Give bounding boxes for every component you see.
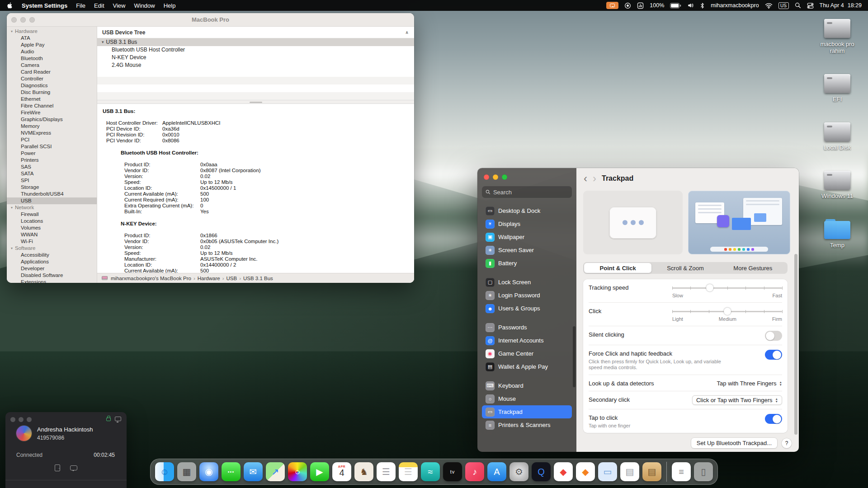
sidebar-item-firewire[interactable]: FireWire (7, 109, 97, 116)
chat-icon[interactable] (70, 465, 77, 470)
apple-menu-icon[interactable] (6, 2, 13, 9)
sidebar-item-locations[interactable]: Locations (7, 218, 97, 225)
breadcrumb-item[interactable]: miharxmacbookpro's MacBook Pro (111, 276, 191, 281)
sidebar-item-storage[interactable]: Storage (7, 184, 97, 191)
sidebar-item-mouse[interactable]: ○Mouse (482, 392, 572, 405)
silent-clicking-toggle[interactable] (765, 331, 782, 341)
desktop-icon-windows-11[interactable]: Windows 11 (821, 171, 853, 199)
dock-item-archive-utility[interactable]: ▤ (642, 462, 661, 481)
sidebar-item-camera[interactable]: Camera (7, 62, 97, 69)
sidebar-item-battery[interactable]: ▮Battery (482, 257, 572, 270)
sidebar-item-wallpaper[interactable]: ▣Wallpaper (482, 230, 572, 244)
dock-item-calendar[interactable]: APR4 (332, 462, 351, 481)
dock-item-quicktime[interactable]: Q (532, 462, 551, 481)
tracking-speed-slider[interactable] (672, 284, 782, 291)
file-transfer-icon[interactable] (55, 465, 60, 471)
sidebar-section-hardware[interactable]: ▾Hardware (7, 28, 97, 35)
volume-icon[interactable] (687, 2, 694, 9)
sidebar-item-developer[interactable]: Developer (7, 265, 97, 272)
tree-row-bluetooth-usb-host-controller[interactable]: Bluetooth USB Host Controller (97, 46, 414, 54)
sidebar-item-internet-accounts[interactable]: @Internet Accounts (482, 334, 572, 347)
sidebar-item-desktop-dock[interactable]: ▭Desktop & Dock (482, 204, 572, 217)
tab-scroll-zoom[interactable]: Scroll & Zoom (651, 263, 719, 273)
secondary-click-popup[interactable]: Click or Tap with Two Fingers ▲▼ (692, 395, 782, 405)
settings-search-field[interactable] (482, 186, 572, 198)
forward-button[interactable]: › (593, 174, 596, 183)
sidebar-item-ethernet[interactable]: Ethernet (7, 96, 97, 103)
sidebar-item-login-password[interactable]: ∗Login Password (482, 289, 572, 302)
tab-point-click[interactable]: Point & Click (584, 263, 651, 273)
breadcrumb-item[interactable]: USB 3.1 Bus (243, 276, 273, 281)
dock-item-anydesk[interactable]: ◆ (554, 462, 573, 481)
control-center-icon[interactable] (807, 2, 814, 9)
zoom-button[interactable] (502, 174, 507, 180)
sidebar-item-printers-scanners[interactable]: ≡Printers & Scanners (482, 418, 572, 432)
sidebar-item-firewall[interactable]: Firewall (7, 211, 97, 218)
sidebar-item-extensions[interactable]: Extensions (7, 279, 97, 283)
sidebar-item-pci[interactable]: PCI (7, 136, 97, 143)
sidebar-item-disc-burning[interactable]: Disc Burning (7, 89, 97, 96)
tree-row-n-key-device[interactable]: N-KEY Device (97, 54, 414, 61)
dock-item-safari[interactable]: ◉ (199, 462, 218, 481)
sidebar-item-sas[interactable]: SAS (7, 164, 97, 170)
menu-edit[interactable]: Edit (94, 2, 104, 9)
sidebar-item-bluetooth[interactable]: Bluetooth (7, 55, 97, 62)
system-information-titlebar[interactable]: MacBook Pro (7, 13, 414, 27)
sidebar-item-thunderbolt-usb4[interactable]: Thunderbolt/USB4 (7, 191, 97, 197)
tap-to-click-toggle[interactable] (765, 414, 782, 424)
menu-file[interactable]: File (76, 2, 85, 9)
sidebar-item-printers[interactable]: Printers (7, 157, 97, 164)
dock-item-maps[interactable]: ↗ (266, 462, 285, 481)
usb-device-tree-header[interactable]: USB Device Tree ∧ (97, 27, 414, 38)
screen-recording-stop-icon[interactable] (624, 2, 631, 9)
slider-thumb[interactable] (724, 308, 731, 315)
sidebar-item-power[interactable]: Power (7, 150, 97, 157)
minimize-button[interactable] (20, 17, 26, 23)
dock-item-virtual-machine[interactable]: ▭ (598, 462, 617, 481)
dock-item-tv[interactable]: tv (443, 462, 462, 481)
sidebar-scrollbar[interactable] (573, 326, 576, 387)
sidebar-item-spi[interactable]: SPI (7, 177, 97, 184)
desktop-icon-local-disk[interactable]: Local Disk (824, 122, 851, 151)
sidebar-item-trackpad[interactable]: ▭Trackpad (482, 405, 572, 418)
sidebar-item-card-reader[interactable]: Card Reader (7, 69, 97, 75)
look-up-popup[interactable]: Tap with Three Fingers ▲▼ (717, 380, 782, 387)
dock-item-voice-wave[interactable]: ≈ (421, 462, 440, 481)
sidebar-item-graphics-displays[interactable]: Graphics/Displays (7, 116, 97, 123)
force-click-toggle[interactable] (765, 350, 782, 360)
tree-row-2-4g-mouse[interactable]: 2.4G Mouse (97, 61, 414, 69)
sidebar-item-ata[interactable]: ATA (7, 35, 97, 42)
battery-icon[interactable] (670, 3, 681, 9)
collapse-icon[interactable]: ∧ (405, 30, 409, 35)
sidebar-item-usb[interactable]: USB (7, 197, 97, 204)
sidebar-section-network[interactable]: ▾Network (7, 204, 97, 211)
menu-bar-app-name[interactable]: System Settings (22, 2, 67, 9)
spotlight-search-icon[interactable] (795, 2, 801, 9)
sidebar-item-users-groups[interactable]: ☻Users & Groups (482, 302, 572, 315)
sidebar-item-memory[interactable]: Memory (7, 123, 97, 130)
disclosure-triangle[interactable]: ▾ (102, 38, 104, 46)
dock-item-system-settings[interactable]: ⚙ (509, 462, 528, 481)
session-selector[interactable]: Previous Session ▲▼ (5, 480, 127, 488)
close-button[interactable] (11, 17, 17, 23)
minimize-button[interactable] (493, 174, 498, 180)
dock-item-installer[interactable]: ◆ (576, 462, 595, 481)
splitter-handle[interactable] (97, 100, 414, 104)
dock-item-music[interactable]: ♪ (465, 462, 484, 481)
zoom-button[interactable] (27, 417, 32, 422)
sidebar-item-nvmexpress[interactable]: NVMExpress (7, 130, 97, 136)
content-scrollbar[interactable] (794, 254, 797, 435)
breadcrumb-item[interactable]: USB (226, 276, 237, 281)
sidebar-item-disabled-software[interactable]: Disabled Software (7, 272, 97, 279)
dock-item-messages[interactable]: ••• (222, 462, 241, 481)
breadcrumb-item[interactable]: Hardware (198, 276, 220, 281)
sidebar-item-wi-fi[interactable]: Wi-Fi (7, 238, 97, 245)
sidebar-item-passwords[interactable]: ⋯Passwords (482, 321, 572, 334)
bluetooth-icon[interactable] (700, 2, 705, 9)
desktop-icon-macbook-pro-rahim[interactable]: macbook pro rahim (815, 19, 860, 54)
dock-item-trash[interactable]: ▯ (694, 462, 713, 481)
sidebar-item-displays[interactable]: ☀Displays (482, 217, 572, 230)
minimize-button[interactable] (19, 417, 24, 422)
dock-item-reminders[interactable]: ☰ (377, 462, 396, 481)
sidebar-item-keyboard[interactable]: ⌨Keyboard (482, 379, 572, 392)
